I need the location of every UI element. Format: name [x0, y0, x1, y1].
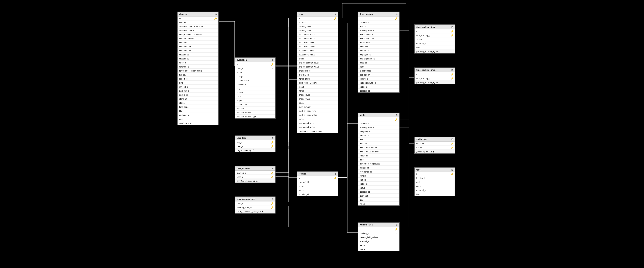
column-row[interactable]: confirmed_at: [178, 45, 218, 49]
column-row[interactable]: created_by: [178, 57, 218, 61]
expand-icon[interactable]: ⊞: [396, 114, 398, 116]
column-row[interactable]: visible: [358, 202, 399, 206]
column-row[interactable]: vacation: [235, 107, 275, 111]
column-row[interactable]: charge_days_edit_status: [178, 32, 218, 36]
column-row[interactable]: cost_object_value: [297, 45, 338, 49]
column-row[interactable]: id🔑: [358, 227, 399, 231]
table-absence[interactable]: absence⊞id🔑user_id⫞absence_type_external…: [177, 12, 219, 125]
column-row[interactable]: end_of_contract_level: [297, 61, 338, 65]
column-row[interactable]: edited: [358, 137, 399, 141]
column-row[interactable]: id🔑: [235, 62, 275, 66]
table-header[interactable]: user_tags⊞: [235, 136, 275, 140]
column-row[interactable]: updated_at: [178, 113, 218, 117]
table-header[interactable]: working_area⊞: [358, 223, 399, 227]
column-row[interactable]: locale: [297, 85, 338, 89]
column-row[interactable]: id🔑: [358, 16, 399, 20]
column-row[interactable]: outlook_id: [178, 85, 218, 89]
column-row[interactable]: shifts_id🔑: [415, 141, 455, 145]
column-row[interactable]: birthday_value: [297, 28, 338, 32]
expand-icon[interactable]: ⊞: [334, 13, 336, 15]
column-row[interactable]: starts_at: [358, 85, 399, 89]
column-row[interactable]: working_area_id⫞: [358, 126, 399, 130]
column-row[interactable]: id🔑: [415, 29, 455, 33]
column-row[interactable]: working_area_id⫞: [358, 28, 399, 32]
column-row[interactable]: actual_starts_at: [358, 36, 399, 40]
column-row[interactable]: import_id: [358, 154, 399, 158]
column-row[interactable]: end_signature_id: [358, 57, 399, 61]
expand-icon[interactable]: ⊞: [215, 13, 217, 15]
column-row[interactable]: deleted: [235, 90, 275, 95]
column-row[interactable]: secure_id: [178, 93, 218, 97]
column-row[interactable]: starts_at: [358, 182, 399, 186]
column-row[interactable]: status: [178, 101, 218, 105]
column-row[interactable]: time_tracking_id🔑: [415, 33, 455, 37]
column-row[interactable]: uuid: [358, 198, 399, 202]
column-row[interactable]: time_tracking_id🔑: [415, 76, 455, 80]
column-row[interactable]: home_office: [297, 77, 338, 81]
column-row[interactable]: id🔑: [415, 72, 455, 76]
column-row[interactable]: user_shift: [358, 194, 399, 198]
column-row[interactable]: id🔑: [358, 118, 399, 122]
table-shifts_tags[interactable]: shifts_tags⊞shifts_id🔑tag_id🔑(shifts_id,…: [414, 137, 455, 154]
column-row[interactable]: employee_id: [358, 53, 399, 57]
column-row[interactable]: note: [358, 158, 399, 162]
column-row[interactable]: external_id: [358, 239, 399, 243]
column-row[interactable]: external_id: [297, 180, 338, 184]
column-row[interactable]: initial_time_account: [297, 81, 338, 85]
column-row[interactable]: event_pause_duration: [358, 149, 399, 154]
expand-icon[interactable]: ⊞: [451, 168, 453, 171]
column-row[interactable]: title: [415, 192, 455, 196]
table-header[interactable]: shifts_tags⊞: [415, 137, 455, 141]
column-row[interactable]: time_zone: [178, 105, 218, 109]
column-row[interactable]: address: [297, 20, 338, 24]
table-user_working_area[interactable]: user_working_area⊞user_id🔑working_area_i…: [235, 197, 275, 214]
column-row[interactable]: phone_value: [297, 97, 338, 101]
table-header[interactable]: users⊞: [297, 12, 338, 16]
column-row[interactable]: updated_at: [297, 192, 338, 196]
column-row[interactable]: title: [415, 45, 455, 49]
column-row[interactable]: actual: [235, 70, 275, 74]
column-row[interactable]: status: [297, 188, 338, 192]
column-row[interactable]: note: [178, 81, 218, 85]
column-row[interactable]: cost_center_level: [297, 32, 338, 36]
column-row[interactable]: confirmed_by: [178, 49, 218, 53]
column-row[interactable]: trial_period_level: [297, 121, 338, 125]
table-header[interactable]: time_tracking_break⊞: [415, 68, 455, 72]
column-row[interactable]: ends_at: [178, 61, 218, 65]
table-users[interactable]: users⊞id🔑addressbirthday_levelbirthday_v…: [297, 12, 338, 133]
column-row[interactable]: title: [178, 109, 218, 113]
column-row[interactable]: external_id: [297, 73, 338, 77]
column-row[interactable]: created_at: [235, 82, 275, 86]
column-row[interactable]: start_of_work_level: [297, 109, 338, 113]
column-row[interactable]: compensation: [235, 78, 275, 82]
table-header[interactable]: user_working_area⊞: [235, 197, 275, 201]
column-row[interactable]: location_id🔑: [235, 171, 275, 175]
expand-icon[interactable]: ⊞: [334, 172, 336, 175]
expand-icon[interactable]: ⊞: [272, 59, 274, 61]
table-header[interactable]: time_tracking⊞: [358, 12, 399, 16]
column-row[interactable]: target: [235, 99, 275, 103]
table-header[interactable]: tags⊞: [415, 168, 455, 172]
table-time_tracking[interactable]: time_tracking⊞id🔑location_id⫞user_id⫞wor…: [358, 12, 400, 93]
expand-icon[interactable]: ⊞: [451, 26, 453, 28]
column-row[interactable]: cost_object_level: [297, 40, 338, 45]
table-header[interactable]: location⊞: [297, 172, 338, 176]
column-row[interactable]: force_calc_custom_hours: [178, 69, 218, 73]
table-time_tracking_break[interactable]: time_tracking_break⊞id🔑time_tracking_id🔑…: [414, 68, 455, 84]
column-row[interactable]: staff_number: [297, 105, 338, 109]
column-row[interactable]: location_id⫞: [358, 122, 399, 126]
column-row[interactable]: active: [415, 180, 455, 184]
column-row[interactable]: confirm_message: [178, 36, 218, 40]
column-row[interactable]: updated_at: [358, 190, 399, 194]
column-row[interactable]: color: [415, 184, 455, 188]
table-tags[interactable]: tags⊞id🔑location_idactivecolorexternal_i…: [414, 167, 455, 196]
column-row[interactable]: updated_at: [235, 103, 275, 107]
column-row[interactable]: company_id: [358, 130, 399, 134]
column-row[interactable]: descending_value: [297, 53, 338, 57]
column-row[interactable]: vacation_source_type: [235, 115, 275, 118]
column-row[interactable]: salary: [297, 101, 338, 105]
column-row[interactable]: external_id: [178, 65, 218, 69]
column-row[interactable]: plan: [235, 95, 275, 99]
column-row[interactable]: outlook_id: [358, 166, 399, 170]
column-row[interactable]: external_id: [415, 188, 455, 192]
